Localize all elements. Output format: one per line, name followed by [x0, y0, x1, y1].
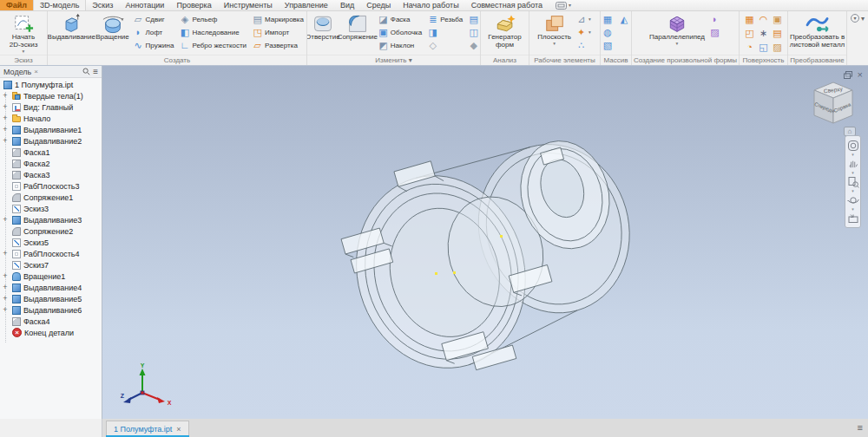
rib-button[interactable]: ∟Ребро жесткости: [177, 39, 248, 52]
menu-tab-2[interactable]: Эскиз: [86, 0, 119, 10]
tree-item-17[interactable]: +Вращение1: [0, 271, 102, 282]
menu-tab-9[interactable]: Начало работы: [397, 0, 464, 10]
menu-tab-8[interactable]: Среды: [360, 0, 397, 10]
pan-icon[interactable]: [846, 157, 859, 170]
expand-icon[interactable]: +: [1, 293, 10, 304]
browser-close-icon[interactable]: ×: [34, 68, 38, 75]
menu-tab-0[interactable]: Файл: [0, 0, 33, 10]
zoom-window-icon[interactable]: [846, 175, 859, 188]
expand-icon[interactable]: +: [1, 282, 10, 293]
shapegen-button[interactable]: Генераторформ: [486, 12, 523, 49]
view-cube[interactable]: Сверху Спереди Справа: [809, 80, 858, 130]
loft-button[interactable]: ◗Лофт: [131, 26, 176, 39]
freeform3-button[interactable]: ▨: [707, 26, 722, 39]
s7-icon[interactable]: ◔: [743, 41, 756, 54]
coil-button[interactable]: ∿Пружина: [131, 39, 176, 52]
expand-icon[interactable]: +: [1, 304, 10, 316]
expand-icon[interactable]: +: [1, 113, 10, 124]
model-3d-halfcoupling[interactable]: [102, 66, 868, 419]
tree-item-3[interactable]: +Начало: [0, 113, 102, 124]
tree-item-8[interactable]: Фаска3: [0, 169, 102, 180]
expand-icon[interactable]: +: [1, 101, 10, 113]
s8-icon[interactable]: ◱: [757, 41, 770, 54]
tree-item-20[interactable]: +Выдавливание6: [0, 304, 102, 316]
s6-icon[interactable]: ▤: [771, 27, 784, 40]
tree-item-21[interactable]: Фаска4: [0, 316, 102, 327]
graphics-canvas[interactable]: × Сверху Спереди Справа ⌂ ▾▾▾▾ Y X Z: [102, 66, 868, 419]
emboss-button[interactable]: ◈Рельеф: [177, 13, 248, 26]
s3-icon[interactable]: ▣: [771, 13, 784, 26]
extrude-button[interactable]: Выдавливание: [48, 12, 95, 42]
boxfree-button[interactable]: Параллелепипед▾: [648, 12, 707, 46]
tree-item-11[interactable]: Эскиз3: [0, 203, 102, 214]
menu-tab-6[interactable]: Управление: [279, 0, 334, 10]
expand-icon[interactable]: +: [1, 248, 10, 259]
hole-button[interactable]: Отверстие: [307, 12, 340, 42]
s4-icon[interactable]: ◰: [743, 27, 756, 40]
mirror-button[interactable]: ◭: [617, 13, 632, 26]
tab-list-icon[interactable]: ≡: [858, 421, 863, 434]
ribbon-collapse-button[interactable]: ▾ ▾: [851, 14, 865, 23]
nav-wheel-icon[interactable]: [846, 139, 859, 152]
look-at-icon[interactable]: [846, 212, 859, 225]
derive-button[interactable]: ◧Наследование: [177, 26, 248, 39]
wpoint-button[interactable]: ∴: [574, 39, 593, 52]
tree-item-15[interactable]: +РабПлоскость4: [0, 248, 102, 259]
menu-tab-3[interactable]: Аннотации: [119, 0, 170, 10]
tree-item-9[interactable]: РабПлоскость3: [0, 180, 102, 192]
expand-icon[interactable]: +: [1, 214, 10, 225]
s2-icon[interactable]: ◠: [757, 13, 770, 26]
document-tab[interactable]: 1 Полумуфта.ipt ×: [106, 421, 189, 437]
s1-icon[interactable]: ▦: [743, 13, 756, 26]
split-button[interactable]: ▤: [466, 13, 480, 26]
draft-button[interactable]: ◩Наклон: [376, 39, 424, 52]
delface-button[interactable]: ◇: [425, 39, 464, 52]
tree-item-12[interactable]: +Выдавливание3: [0, 214, 102, 225]
rectpat-button[interactable]: ▦: [601, 13, 615, 26]
window-style-button[interactable]: ▾: [556, 0, 571, 10]
tree-item-19[interactable]: +Выдавливание5: [0, 293, 102, 304]
menu-tab-4[interactable]: Проверка: [170, 0, 217, 10]
freeform2-button[interactable]: ◗: [707, 13, 722, 26]
waxis-button[interactable]: ✦▾: [574, 26, 593, 39]
close-window-icon[interactable]: ×: [858, 70, 863, 79]
sweep-button[interactable]: ▱Сдвиг: [131, 13, 176, 26]
expand-icon[interactable]: +: [1, 271, 10, 282]
import-button[interactable]: ◳Импорт: [250, 26, 306, 39]
tree-item-4[interactable]: +Выдавливание1: [0, 124, 102, 135]
tree-item-22[interactable]: ×Конец детали: [0, 327, 102, 338]
circpat-button[interactable]: ◍: [601, 26, 615, 39]
tree-item-6[interactable]: Фаска1: [0, 147, 102, 158]
tree-item-10[interactable]: Сопряжение1: [0, 192, 102, 203]
fillet-button[interactable]: Сопряжение: [340, 12, 375, 42]
plane-button[interactable]: Плоскость▾: [536, 12, 573, 46]
tree-item-14[interactable]: Эскиз5: [0, 237, 102, 248]
expand-icon[interactable]: +: [1, 135, 10, 147]
tab-close-icon[interactable]: ×: [176, 425, 181, 434]
sheetmetal-button[interactable]: Преобразовать влистовой металл: [788, 12, 846, 49]
chamfer-button[interactable]: ◪Фаска: [376, 13, 424, 26]
tree-item-16[interactable]: Эскиз7: [0, 259, 102, 271]
orbit-icon[interactable]: [846, 193, 859, 206]
shell-button[interactable]: ▣Оболочка: [376, 26, 424, 39]
tree-item-7[interactable]: Фаска2: [0, 158, 102, 169]
expand-icon[interactable]: +: [1, 124, 10, 135]
copyobj-button[interactable]: ◆: [466, 39, 480, 52]
sketch2d-button[interactable]: Начать2D-эскиз▾: [6, 12, 41, 54]
wplane-button[interactable]: ⊿▾: [574, 13, 593, 26]
sketchpat-button[interactable]: ▧: [601, 39, 615, 52]
unwrap-button[interactable]: ▱Развертка: [250, 39, 306, 52]
menu-tab-7[interactable]: Вид: [334, 0, 360, 10]
restore-window-icon[interactable]: [844, 71, 852, 79]
tree-item-18[interactable]: +Выдавливание4: [0, 282, 102, 293]
thread-button[interactable]: ≣Резьба: [425, 13, 464, 26]
combine-button[interactable]: ◨: [425, 26, 464, 39]
s9-icon[interactable]: ▨: [771, 41, 784, 54]
tree-item-13[interactable]: Сопряжение2: [0, 225, 102, 237]
browser-menu-icon[interactable]: ≡: [93, 68, 98, 76]
expand-icon[interactable]: +: [1, 90, 10, 101]
move-button[interactable]: ◫: [466, 26, 480, 39]
menu-tab-5[interactable]: Инструменты: [218, 0, 279, 10]
tree-item-5[interactable]: +Выдавливание2: [0, 135, 102, 147]
menu-tab-10[interactable]: Совместная работа: [465, 0, 549, 10]
